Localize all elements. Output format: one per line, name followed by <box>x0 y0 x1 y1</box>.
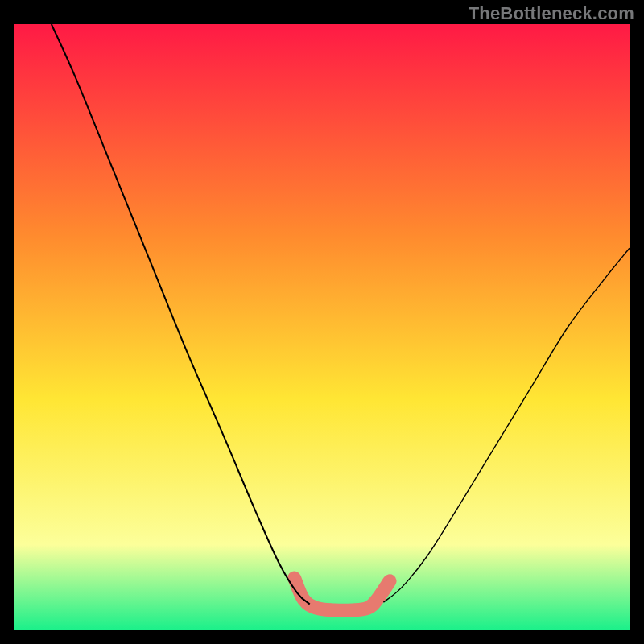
plot-background <box>14 24 630 630</box>
bottleneck-curve-chart <box>0 0 644 644</box>
chart-frame: TheBottleneck.com <box>0 0 644 644</box>
watermark-label: TheBottleneck.com <box>469 3 634 24</box>
